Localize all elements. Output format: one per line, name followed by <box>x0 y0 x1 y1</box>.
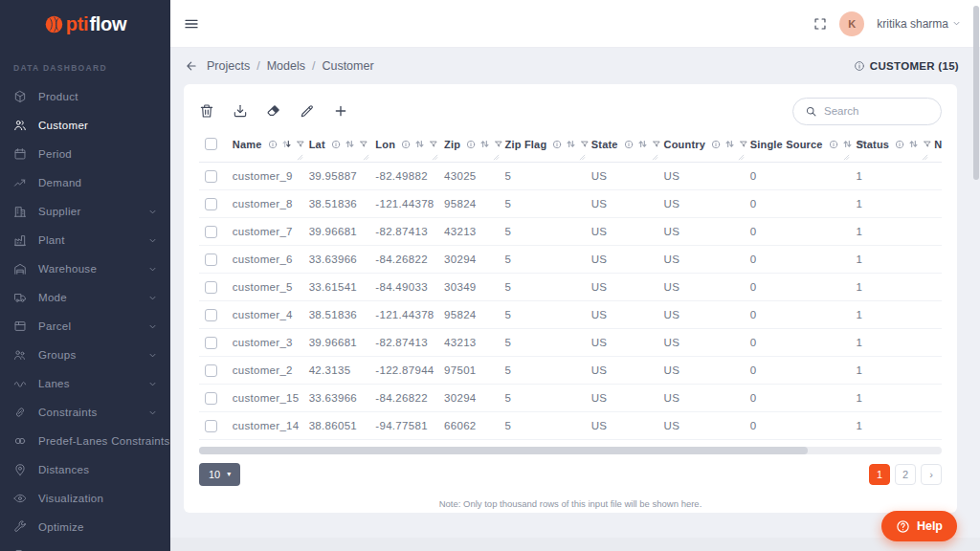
row-checkbox[interactable] <box>205 309 217 321</box>
page-button-2[interactable]: 2 <box>895 464 916 485</box>
sort-icon[interactable] <box>281 139 292 149</box>
column-resize-handle[interactable] <box>493 154 500 161</box>
row-checkbox[interactable] <box>205 392 217 405</box>
sort-icon[interactable] <box>479 139 490 149</box>
fullscreen-icon[interactable] <box>813 17 827 31</box>
back-arrow-icon[interactable] <box>185 59 198 73</box>
info-icon[interactable] <box>854 60 865 72</box>
info-icon[interactable] <box>552 140 562 149</box>
sidebar-item-optimize[interactable]: Optimize <box>0 513 170 541</box>
horizontal-scrollbar-thumb[interactable] <box>199 447 808 454</box>
sidebar-item-parcel[interactable]: Parcel <box>0 312 170 341</box>
info-icon[interactable] <box>895 140 904 149</box>
column-header-zip[interactable]: Zip <box>440 132 501 163</box>
sidebar-item-plant[interactable]: Plant <box>0 226 170 254</box>
logo[interactable]: ptiflow <box>0 0 170 48</box>
info-icon[interactable] <box>711 140 721 149</box>
select-all-checkbox[interactable] <box>205 138 217 150</box>
column-header-name[interactable]: Name <box>229 132 305 163</box>
horizontal-scrollbar[interactable] <box>199 447 942 454</box>
groups-icon <box>13 348 27 362</box>
sidebar-item-lanes[interactable]: Lanes <box>0 369 170 398</box>
sidebar-item-visualization[interactable]: Visualization <box>0 484 170 513</box>
row-checkbox[interactable] <box>205 253 217 266</box>
plus-icon[interactable] <box>333 103 348 119</box>
sidebar-item-supplier[interactable]: Supplier <box>0 197 170 226</box>
sidebar-item-demand[interactable]: Demand <box>0 168 170 197</box>
column-resize-handle[interactable] <box>652 154 658 161</box>
page-size-dropdown[interactable]: 10 ▾ <box>199 463 240 486</box>
sidebar-item-label: Distances <box>38 464 89 475</box>
sidebar-item-warehouse[interactable]: Warehouse <box>0 254 170 283</box>
column-header-status[interactable]: Status <box>852 132 930 163</box>
row-checkbox[interactable] <box>205 364 217 377</box>
row-select-cell <box>199 329 229 357</box>
filter-icon[interactable] <box>429 140 438 149</box>
cell-note <box>930 329 942 357</box>
info-icon[interactable] <box>401 140 411 149</box>
sidebar-item-groups[interactable]: Groups <box>0 341 170 369</box>
filter-icon[interactable] <box>359 140 368 149</box>
menu-icon[interactable] <box>184 16 199 32</box>
trash-icon[interactable] <box>199 103 214 119</box>
page-button-1[interactable]: 1 <box>869 464 890 485</box>
sidebar-item-predef-lanes-constraints[interactable]: Predef-Lanes Constraints <box>0 427 170 455</box>
row-checkbox[interactable] <box>205 226 217 238</box>
column-resize-handle[interactable] <box>363 154 369 161</box>
sidebar-item-report[interactable]: Report <box>0 541 170 551</box>
row-checkbox[interactable] <box>205 170 217 183</box>
row-checkbox[interactable] <box>205 337 217 349</box>
info-icon[interactable] <box>268 140 278 149</box>
sidebar-item-period[interactable]: Period <box>0 140 170 168</box>
info-icon[interactable] <box>466 140 476 149</box>
pencil-icon[interactable] <box>300 103 315 119</box>
eraser-icon[interactable] <box>266 103 281 119</box>
breadcrumb-item-models[interactable]: Models <box>267 59 305 73</box>
info-icon[interactable] <box>331 140 341 149</box>
sidebar-item-mode[interactable]: Mode <box>0 283 170 312</box>
column-resize-handle[interactable] <box>297 154 303 161</box>
sort-icon[interactable] <box>566 139 576 149</box>
avatar[interactable]: K <box>839 11 864 36</box>
sidebar-item-product[interactable]: Product <box>0 82 170 111</box>
breadcrumb-item-customer[interactable]: Customer <box>322 59 373 73</box>
column-header-single-source[interactable]: Single Source <box>746 132 853 163</box>
sort-icon[interactable] <box>724 139 735 149</box>
sort-icon[interactable] <box>842 139 853 149</box>
breadcrumb-item-projects[interactable]: Projects <box>207 59 250 73</box>
sidebar-item-distances[interactable]: Distances <box>0 455 170 484</box>
column-header-lat[interactable]: Lat <box>305 132 372 163</box>
vertical-scrollbar-thumb[interactable] <box>973 6 979 180</box>
entity-count-title: CUSTOMER (15) <box>854 60 959 72</box>
column-header-country[interactable]: Country <box>660 132 746 163</box>
cell-country: US <box>660 329 746 357</box>
sort-icon[interactable] <box>345 139 355 149</box>
filter-icon[interactable] <box>296 140 305 149</box>
sidebar-item-constraints[interactable]: Constraints <box>0 398 170 427</box>
column-resize-handle[interactable] <box>843 154 850 161</box>
info-icon[interactable] <box>829 140 838 149</box>
column-resize-handle[interactable] <box>922 154 928 161</box>
column-resize-handle[interactable] <box>579 154 586 161</box>
next-page-button[interactable]: › <box>921 464 942 485</box>
sort-icon[interactable] <box>908 139 919 149</box>
help-button[interactable]: Help <box>881 511 957 541</box>
search-input[interactable] <box>824 105 929 117</box>
cell-country: US <box>660 301 746 329</box>
row-checkbox[interactable] <box>205 198 217 210</box>
sort-icon[interactable] <box>414 139 425 149</box>
info-icon[interactable] <box>624 140 634 149</box>
row-checkbox[interactable] <box>205 281 217 294</box>
user-menu[interactable]: kritika sharma <box>877 17 961 31</box>
column-header-zip-flag[interactable]: Zip Flag <box>501 132 588 163</box>
sort-icon[interactable] <box>637 139 648 149</box>
breadcrumb-separator: / <box>312 59 315 73</box>
row-checkbox[interactable] <box>205 420 217 432</box>
column-resize-handle[interactable] <box>738 154 745 161</box>
column-header-lon[interactable]: Lon <box>371 132 440 163</box>
sidebar-item-customer[interactable]: Customer <box>0 111 170 140</box>
column-resize-handle[interactable] <box>432 154 438 161</box>
column-header-state[interactable]: State <box>588 132 660 163</box>
download-icon[interactable] <box>233 103 248 119</box>
column-header-note[interactable]: Note <box>930 132 942 163</box>
